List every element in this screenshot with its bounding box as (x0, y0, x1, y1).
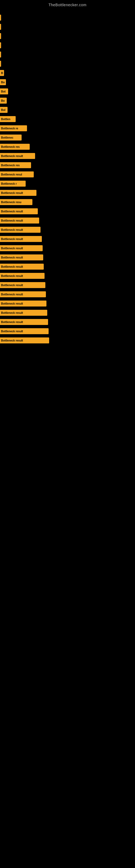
bar: Bottleneck result (0, 190, 37, 196)
bar-row: Bottleneck resu (0, 198, 135, 206)
bar-row: Bo (0, 97, 135, 104)
bar: Bottleneck result (0, 337, 49, 343)
bar-row: Bottleneck re (0, 124, 135, 132)
bar-row: Bottleneck result (0, 300, 135, 307)
bar: Bottleneck result (0, 208, 38, 214)
bar: Bo (0, 98, 7, 104)
bar: Bottleneck result (0, 328, 49, 334)
bar-row: Bottleneck result (0, 318, 135, 326)
bar: Bottleneck result (0, 254, 43, 260)
bar-label: Bottlenec (1, 136, 13, 139)
bar-label: Bottleneck result (1, 275, 23, 278)
bar: Bottleneck resul (0, 172, 34, 177)
bar: Bottleneck re (0, 125, 27, 131)
bar-row (0, 60, 135, 67)
bar-row: Bottlenec (0, 134, 135, 141)
bar: Bottleneck result (0, 227, 41, 233)
bar-label: Bottleneck result (1, 265, 23, 268)
bar-label: Bottleneck resu (1, 201, 21, 204)
bars-container: BBoBotBoBolBottlenBottleneck reBottlenec… (0, 8, 135, 344)
bar-row: Bottleneck r (0, 180, 135, 187)
bar-row: Bottleneck result (0, 263, 135, 271)
bar-row: Bottleneck resul (0, 170, 135, 178)
bar-row: Bottleneck result (0, 226, 135, 234)
bar-label: Bottleneck result (1, 256, 23, 259)
bar-label: Bo (1, 99, 5, 102)
bar-label: Bottleneck result (1, 238, 23, 241)
bar: Bottlenec (0, 134, 21, 141)
bar-label: Bottleneck result (1, 228, 23, 231)
bar-label: Bottleneck result (1, 155, 23, 158)
bar: Bottleneck result (0, 245, 43, 251)
bar-row: Bottleneck result (0, 152, 135, 160)
bar-row: Bottleneck result (0, 244, 135, 252)
bar: Bottleneck res (0, 162, 31, 168)
bar-row: Bottleneck result (0, 272, 135, 280)
bar: Bottleneck result (0, 319, 48, 325)
bar-row: Bottleneck result (0, 208, 135, 215)
bar: Bottleneck result (0, 218, 39, 223)
bar-label: Bottleneck result (1, 330, 23, 333)
bar-row: Bottleneck result (0, 281, 135, 289)
bar-row: Bottleneck res (0, 161, 135, 169)
bar-row: Bottleneck result (0, 235, 135, 243)
site-title: TheBottlenecker.com (0, 0, 135, 8)
bar-row: Bottleneck res (0, 143, 135, 151)
bar-label: Bottleneck result (1, 219, 23, 222)
bar: Bottleneck result (0, 273, 45, 279)
bar-label: Bottleneck result (1, 321, 23, 323)
bar-row: Bottleneck result (0, 309, 135, 316)
bar: Bottleneck result (0, 291, 46, 297)
bar-row (0, 32, 135, 40)
bar: Bot (0, 88, 8, 94)
bar (0, 61, 1, 67)
bar: Bottleneck result (0, 301, 46, 307)
bar-label: Bottleneck re (1, 127, 18, 130)
bar: Bol (0, 107, 8, 113)
bar-row: Bottleneck result (0, 337, 135, 344)
bar (0, 52, 1, 58)
bar: Bottleneck result (0, 310, 47, 316)
bar-row: Bottleneck result (0, 328, 135, 335)
bar-label: Bottleneck result (1, 284, 23, 287)
bar: Bottleneck result (0, 264, 44, 270)
bar-row (0, 41, 135, 49)
bar-row (0, 14, 135, 22)
bar (0, 42, 1, 48)
bar-row: Bol (0, 106, 135, 114)
bar-row: B (0, 69, 135, 77)
bar-label: Bottleneck resul (1, 173, 22, 176)
bar: Bottleneck result (0, 153, 35, 159)
bar: Bo (0, 79, 6, 85)
bar-row: Bottleneck result (0, 189, 135, 197)
bar: Bottleneck res (0, 144, 30, 150)
bar-label: Bottlen (1, 118, 10, 121)
bar (0, 14, 1, 21)
bar-row (0, 23, 135, 31)
bar-row: Bottleneck result (0, 254, 135, 261)
bar-label: Bottleneck res (1, 164, 20, 167)
bar-label: Bottleneck result (1, 293, 23, 296)
bar: Bottlen (0, 116, 16, 122)
bar-label: Bot (1, 90, 6, 93)
bar: B (0, 70, 4, 76)
bar-label: Bottleneck r (1, 182, 17, 185)
bar: Bottleneck result (0, 236, 42, 242)
bar-label: Bottleneck res (1, 145, 20, 148)
bar-label: Bottleneck result (1, 210, 23, 213)
bar: Bottleneck resu (0, 199, 32, 205)
bar (0, 33, 1, 39)
bar-row (0, 51, 135, 58)
bar-row: Bot (0, 88, 135, 95)
bar-label: Bottleneck result (1, 339, 23, 342)
bar-row: Bo (0, 79, 135, 86)
bar-label: Bottleneck result (1, 311, 23, 314)
bar-row: Bottlen (0, 115, 135, 123)
bar-row: Bottleneck result (0, 290, 135, 298)
bar-label: Bol (1, 108, 5, 112)
bar-label: Bottleneck result (1, 302, 23, 305)
bar (0, 24, 1, 30)
bar: Bottleneck r (0, 181, 26, 187)
bar-label: Bo (1, 81, 5, 84)
bar: Bottleneck result (0, 282, 45, 288)
